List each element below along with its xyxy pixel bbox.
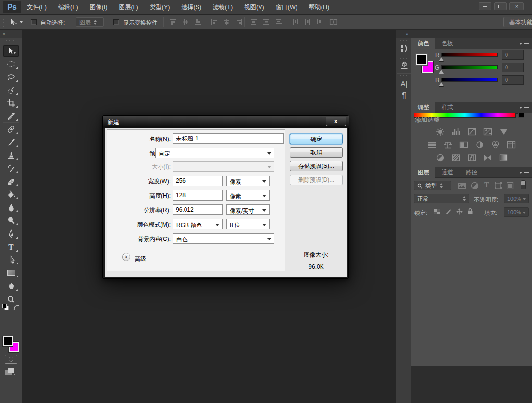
dialog-close-button[interactable]: x (326, 117, 346, 126)
blue-slider[interactable] (441, 78, 498, 82)
tab-color[interactable]: 颜色 (411, 38, 435, 49)
lock-position-icon[interactable] (456, 208, 463, 215)
hue-saturation-icon[interactable] (427, 140, 437, 149)
color-balance-icon[interactable] (443, 140, 453, 149)
3d-panel-icon[interactable] (398, 61, 410, 71)
auto-select-checkbox[interactable] (31, 19, 37, 25)
tab-adjustments[interactable]: 调整 (411, 102, 435, 113)
eraser-tool[interactable] (3, 176, 19, 187)
blend-mode-dropdown[interactable]: 正常 (414, 194, 469, 203)
options-grip[interactable] (3, 18, 4, 27)
align-vertical-centers-icon[interactable] (182, 18, 190, 26)
distribute-vertical-centers-icon[interactable] (262, 18, 271, 26)
blue-value-box[interactable]: 0 (502, 75, 524, 85)
menu-edit[interactable]: 编辑(E) (58, 3, 78, 12)
preset-dropdown[interactable]: 自定 (155, 148, 274, 158)
distribute-left-edges-icon[interactable] (291, 18, 299, 26)
red-value-box[interactable]: 0 (502, 50, 524, 60)
blur-tool[interactable] (3, 202, 19, 213)
pen-tool[interactable] (3, 228, 19, 239)
layer-filter-type-dropdown[interactable]: 类型 (414, 181, 451, 190)
path-selection-tool[interactable] (3, 254, 19, 265)
menu-window[interactable]: 窗口(W) (276, 3, 297, 12)
show-transform-checkbox[interactable] (113, 19, 119, 25)
cancel-button[interactable]: 取消 (290, 147, 343, 158)
tab-channels[interactable]: 通道 (435, 167, 459, 178)
close-button[interactable]: × (509, 2, 524, 10)
align-left-edges-icon[interactable] (210, 18, 219, 26)
tab-layers[interactable]: 图层 (411, 167, 435, 178)
crop-tool[interactable] (3, 97, 19, 109)
lasso-tool[interactable] (3, 71, 19, 83)
screen-mode-button[interactable] (4, 366, 16, 378)
opacity-value-box[interactable]: 100% (504, 194, 529, 203)
dialog-titlebar[interactable]: 新建 x (103, 116, 349, 128)
fill-value-box[interactable]: 100% (504, 207, 529, 217)
tab-paths[interactable]: 路径 (459, 167, 483, 178)
selective-color-icon[interactable] (499, 153, 508, 162)
threshold-icon[interactable] (467, 153, 477, 162)
foreground-color-swatch[interactable] (3, 336, 13, 346)
align-top-edges-icon[interactable] (169, 18, 177, 26)
ok-button[interactable]: 确定 (290, 134, 343, 144)
lock-transparency-icon[interactable] (433, 208, 440, 215)
auto-align-layers-icon[interactable] (329, 18, 338, 26)
history-brush-tool[interactable] (3, 163, 19, 174)
distribute-horizontal-centers-icon[interactable] (304, 18, 312, 26)
width-unit-dropdown[interactable]: 像素 (226, 176, 270, 186)
minimize-button[interactable] (479, 2, 491, 10)
lock-all-icon[interactable] (467, 208, 473, 215)
filter-type-layers-icon[interactable]: T (484, 181, 489, 189)
green-value-box[interactable]: 0 (502, 63, 524, 72)
height-input[interactable] (173, 190, 223, 201)
brightness-contrast-icon[interactable] (435, 127, 445, 136)
healing-brush-tool[interactable] (3, 124, 19, 135)
panel-menu-icon[interactable] (520, 42, 529, 45)
auto-select-target-dropdown[interactable]: 图层 (76, 17, 104, 27)
save-preset-button[interactable]: 存储预设(S)... (290, 161, 343, 171)
exposure-icon[interactable] (483, 127, 493, 136)
align-horizontal-centers-icon[interactable] (223, 18, 231, 26)
photo-filter-icon[interactable] (475, 140, 484, 149)
dodge-tool[interactable] (3, 214, 19, 226)
menu-filter[interactable]: 滤镜(T) (213, 3, 233, 12)
tab-styles[interactable]: 样式 (435, 102, 459, 113)
tab-swatches[interactable]: 色板 (435, 38, 459, 49)
color-lookup-icon[interactable] (507, 140, 516, 149)
filter-adjustment-layers-icon[interactable] (471, 182, 479, 189)
marquee-tool[interactable] (3, 58, 19, 70)
panel-menu-icon[interactable] (520, 106, 529, 109)
black-white-icon[interactable] (459, 140, 469, 149)
bit-depth-dropdown[interactable]: 8 位 (226, 219, 270, 229)
filter-pixel-layers-icon[interactable] (458, 182, 466, 189)
shape-tool[interactable] (3, 267, 19, 278)
filter-smart-objects-icon[interactable] (507, 182, 514, 189)
paint-bucket-tool[interactable] (3, 189, 19, 200)
menu-view[interactable]: 视图(V) (244, 3, 264, 12)
menu-select[interactable]: 选择(S) (181, 3, 201, 12)
character-panel-icon[interactable]: A| (398, 78, 410, 88)
green-slider[interactable] (441, 65, 498, 69)
distribute-bottom-edges-icon[interactable] (275, 18, 283, 26)
lock-pixels-icon[interactable] (445, 208, 452, 215)
dock-expand-header[interactable]: « (396, 30, 411, 38)
red-slider[interactable] (441, 53, 498, 57)
move-tool-preset[interactable] (9, 18, 23, 26)
align-bottom-edges-icon[interactable] (194, 18, 202, 26)
curves-icon[interactable] (467, 127, 477, 136)
advanced-expand-button[interactable]: « (122, 253, 130, 261)
clone-stamp-tool[interactable] (3, 150, 19, 161)
invert-icon[interactable] (435, 153, 445, 162)
width-input[interactable] (173, 176, 223, 186)
filter-shape-layers-icon[interactable] (494, 182, 502, 189)
levels-icon[interactable] (451, 127, 461, 136)
resolution-input[interactable] (173, 204, 223, 215)
swap-colors-icon[interactable] (13, 304, 20, 313)
move-tool[interactable] (3, 45, 19, 57)
toolbar-collapse-header[interactable]: » (0, 30, 22, 38)
layer-filter-toggle[interactable] (521, 180, 526, 189)
background-contents-dropdown[interactable]: 白色 (173, 233, 274, 244)
color-mode-dropdown[interactable]: RGB 颜色 (173, 219, 223, 229)
channel-mixer-icon[interactable] (491, 140, 500, 149)
default-colors-icon[interactable] (2, 304, 9, 311)
